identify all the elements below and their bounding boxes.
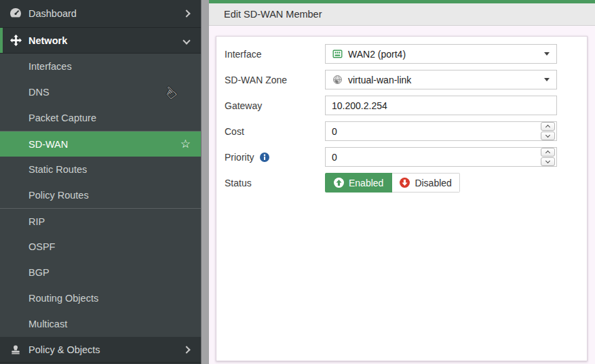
cost-input[interactable] — [325, 121, 557, 141]
priority-row: Priority — [225, 147, 587, 167]
sidebar-item-label: DNS — [28, 87, 50, 98]
interface-select[interactable]: WAN2 (port4) — [325, 44, 557, 64]
priority-increment-button[interactable] — [541, 148, 555, 157]
globe-icon — [332, 75, 343, 85]
priority-spinner — [541, 148, 555, 166]
info-icon[interactable] — [260, 153, 269, 162]
sidebar-item-dashboard[interactable]: Dashboard — [0, 0, 201, 28]
sidebar-item-label: BGP — [28, 267, 50, 278]
sidebar-item-ospf[interactable]: OSPF — [0, 234, 201, 260]
sidebar-item-sdwan[interactable]: SD-WAN ☆ — [0, 131, 201, 157]
sidebar-item-label: Dashboard — [28, 8, 77, 19]
favorite-star-icon[interactable]: ☆ — [180, 138, 191, 150]
move-arrows-icon — [9, 35, 22, 47]
stamp-icon — [9, 344, 22, 356]
sidebar-item-label: Multicast — [28, 319, 67, 329]
cost-row: Cost — [225, 121, 587, 141]
sidebar-item-label: Network — [28, 35, 67, 46]
priority-decrement-button[interactable] — [541, 157, 555, 166]
sdwan-zone-label: SD-WAN Zone — [225, 75, 325, 85]
status-disabled-button[interactable]: Disabled — [392, 173, 459, 193]
gateway-label: Gateway — [225, 100, 325, 111]
interface-value: WAN2 (port4) — [348, 49, 406, 60]
sidebar-item-static-routes[interactable]: Static Routes — [0, 157, 201, 182]
dropdown-caret-icon — [544, 78, 550, 81]
sidebar-item-policy-objects[interactable]: Policy & Objects — [0, 337, 201, 363]
cost-increment-button[interactable] — [541, 122, 555, 131]
sidebar-item-network[interactable]: Network — [0, 28, 201, 54]
status-enabled-button[interactable]: Enabled — [325, 173, 392, 193]
edit-sdwan-member-form: Interface WAN2 (port4) — [216, 36, 588, 361]
sidebar-item-label: Packet Capture — [28, 113, 96, 123]
sdwan-zone-value: virtual-wan-link — [348, 75, 411, 85]
sidebar-item-label: Policy & Objects — [28, 344, 100, 355]
cost-decrement-button[interactable] — [541, 132, 555, 140]
sidebar-item-label: Interfaces — [28, 61, 72, 72]
cost-label: Cost — [225, 126, 325, 137]
sidebar-item-routing-objects[interactable]: Routing Objects — [0, 285, 201, 311]
arrow-up-circle-icon — [334, 178, 344, 188]
sdwan-zone-row: SD-WAN Zone virtual-wan-link — [225, 70, 587, 89]
gauge-icon — [9, 7, 22, 20]
sidebar-item-multicast[interactable]: Multicast — [0, 311, 201, 337]
chevron-down-icon — [183, 37, 190, 44]
sdwan-zone-select[interactable]: virtual-wan-link — [325, 70, 557, 89]
sidebar-item-rip[interactable]: RIP — [0, 208, 201, 234]
page-title: Edit SD-WAN Member — [224, 9, 322, 20]
priority-input[interactable] — [325, 147, 557, 167]
status-label: Status — [225, 178, 325, 188]
gateway-input[interactable] — [325, 96, 557, 115]
sidebar-item-label: Routing Objects — [28, 293, 98, 304]
sidebar-item-label: OSPF — [28, 241, 55, 252]
content-area: Interface WAN2 (port4) — [209, 26, 595, 364]
sidebar-item-packet-capture[interactable]: Packet Capture — [0, 105, 201, 131]
sidebar-item-label: RIP — [28, 216, 45, 227]
sidebar-item-label: Static Routes — [28, 164, 87, 175]
cost-spinner — [541, 122, 555, 140]
main-panel: Edit SD-WAN Member Interface — [209, 0, 595, 364]
priority-label: Priority — [225, 152, 325, 163]
status-row: Status Enabled — [225, 173, 587, 193]
sidebar-item-label: Policy Routes — [28, 190, 89, 201]
status-toggle: Enabled Disabled — [325, 173, 460, 193]
sidebar-item-bgp[interactable]: BGP — [0, 260, 201, 285]
sidebar: Dashboard Network Interfaces DNS Packet … — [0, 0, 201, 364]
gateway-row: Gateway — [225, 96, 587, 115]
dropdown-caret-icon — [544, 52, 550, 56]
page-header: Edit SD-WAN Member — [209, 3, 595, 26]
interface-label: Interface — [225, 49, 325, 60]
active-section-indicator — [0, 28, 3, 53]
chevron-right-icon — [183, 346, 190, 353]
sidebar-item-policy-routes[interactable]: Policy Routes — [0, 182, 201, 208]
sidebar-item-dns[interactable]: DNS — [0, 79, 201, 105]
ethernet-port-icon — [332, 49, 343, 59]
pane-splitter[interactable] — [201, 0, 209, 364]
chevron-right-icon — [183, 9, 190, 17]
arrow-down-circle-icon — [400, 178, 410, 188]
sidebar-item-interfaces[interactable]: Interfaces — [0, 54, 201, 79]
sidebar-item-label: SD-WAN — [28, 139, 68, 150]
interface-row: Interface WAN2 (port4) — [225, 44, 587, 64]
